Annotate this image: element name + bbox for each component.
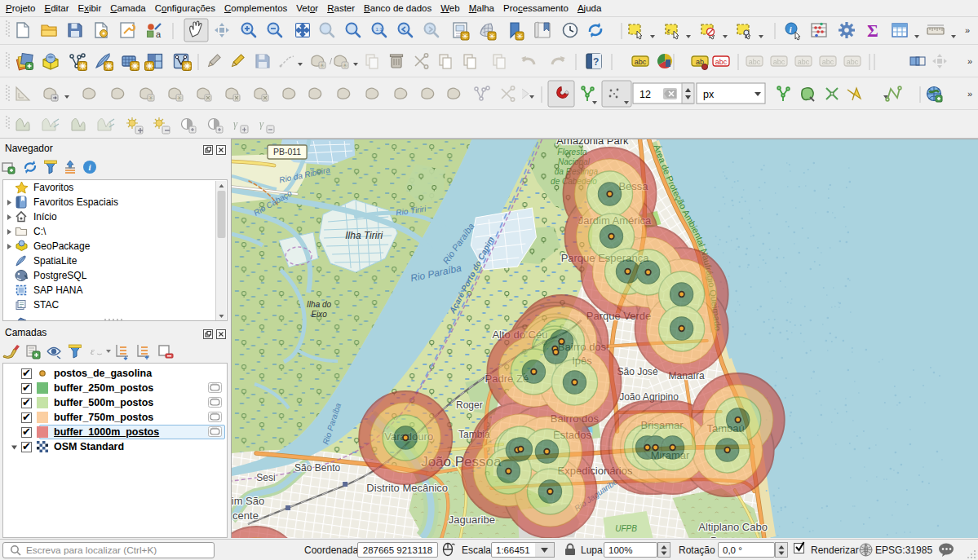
svg-text:a: a [156, 29, 162, 39]
svg-text:12: 12 [639, 89, 651, 100]
svg-text:abc: abc [798, 58, 810, 66]
svg-text:»: » [965, 25, 970, 35]
svg-text:abc: abc [635, 58, 647, 66]
svg-text:Ilha do: Ilha do [307, 300, 331, 309]
svg-text:São Bento: São Bento [294, 462, 340, 474]
svg-text:Amazônia Park: Amazônia Park [556, 139, 629, 147]
svg-text:Ilha Tiriri: Ilha Tiriri [345, 230, 383, 241]
svg-text:✳: ✳ [105, 61, 113, 71]
svg-text:ε: ε [91, 346, 95, 357]
svg-text:✳: ✳ [343, 62, 348, 69]
svg-text:PB-011: PB-011 [273, 148, 301, 157]
svg-text:cente: cente [232, 509, 259, 522]
svg-text:✳: ✳ [184, 61, 192, 71]
svg-text:»: » [967, 89, 972, 99]
svg-text:UFPB: UFPB [615, 524, 637, 533]
svg-text:Floresta: Floresta [557, 148, 587, 157]
svg-text:1:1: 1:1 [376, 27, 383, 32]
svg-text:ε: ε [667, 26, 670, 34]
svg-text:Sesi: Sesi [256, 472, 275, 483]
svg-text:?: ? [593, 56, 599, 68]
svg-text:✳: ✳ [146, 61, 154, 71]
svg-text:abc: abc [773, 58, 785, 66]
svg-text:im São: im São [232, 495, 264, 507]
svg-text:✳: ✳ [131, 61, 139, 71]
svg-text:✳: ✳ [320, 62, 325, 69]
svg-text:abc: abc [822, 58, 834, 66]
svg-text:Roger: Roger [456, 399, 483, 411]
svg-text:Σ: Σ [867, 21, 878, 41]
svg-text:px: px [703, 89, 715, 100]
svg-text:✳: ✳ [516, 32, 523, 41]
svg-text:abc: abc [749, 58, 761, 66]
svg-text:Branco: Branco [710, 535, 744, 538]
svg-text:γ: γ [233, 117, 238, 130]
svg-text:✳: ✳ [489, 32, 495, 41]
svg-text:γ: γ [259, 117, 264, 130]
svg-text:»: » [967, 56, 972, 66]
svg-text:✳: ✳ [177, 95, 183, 102]
svg-text:São José: São José [617, 366, 658, 377]
svg-text:Eixo: Eixo [311, 310, 327, 319]
svg-text:✳: ✳ [462, 32, 468, 41]
svg-text:abc: abc [847, 58, 859, 66]
svg-text:abc: abc [715, 58, 728, 66]
svg-text:Altiplano Cabo: Altiplano Cabo [698, 521, 768, 533]
svg-text:✳: ✳ [148, 95, 154, 102]
svg-text:✳: ✳ [79, 61, 87, 71]
svg-text:Jaguaribe: Jaguaribe [449, 514, 495, 526]
